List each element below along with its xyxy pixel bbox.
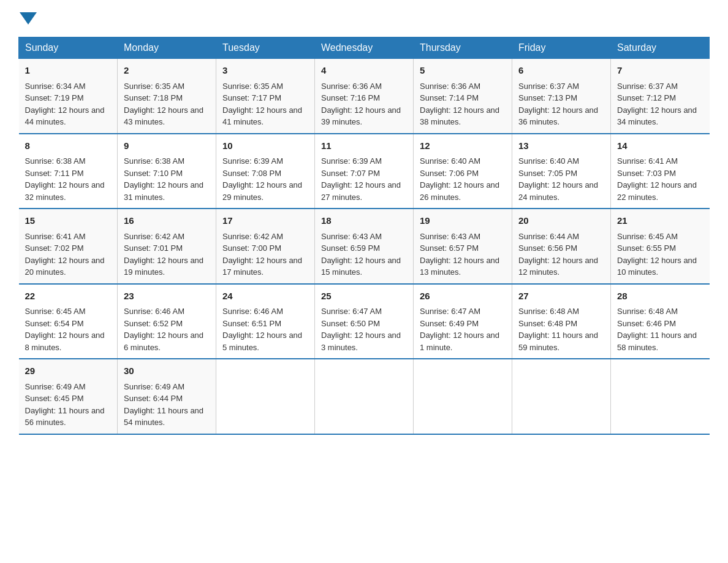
calendar-cell: 30Sunrise: 6:49 AMSunset: 6:44 PMDayligh… — [118, 359, 216, 434]
day-number: 29 — [25, 364, 112, 378]
day-number: 13 — [518, 139, 604, 153]
calendar-cell — [216, 359, 315, 434]
day-info: Sunrise: 6:38 AMSunset: 7:10 PMDaylight:… — [124, 156, 203, 202]
calendar-cell: 10Sunrise: 6:39 AMSunset: 7:08 PMDayligh… — [216, 134, 315, 209]
calendar-week-row: 15Sunrise: 6:41 AMSunset: 7:02 PMDayligh… — [19, 209, 710, 284]
day-info: Sunrise: 6:47 AMSunset: 6:49 PMDaylight:… — [420, 307, 499, 352]
calendar-table: Sunday Monday Tuesday Wednesday Thursday… — [18, 37, 710, 435]
day-number: 19 — [420, 214, 506, 228]
calendar-cell: 28Sunrise: 6:48 AMSunset: 6:46 PMDayligh… — [611, 284, 710, 359]
day-info: Sunrise: 6:48 AMSunset: 6:48 PMDaylight:… — [518, 307, 598, 352]
day-number: 10 — [222, 139, 308, 153]
day-info: Sunrise: 6:43 AMSunset: 6:57 PMDaylight:… — [420, 232, 499, 277]
calendar-body: 1Sunrise: 6:34 AMSunset: 7:19 PMDaylight… — [19, 59, 710, 434]
logo — [18, 12, 38, 25]
header-row: Sunday Monday Tuesday Wednesday Thursday… — [19, 37, 710, 59]
day-info: Sunrise: 6:35 AMSunset: 7:17 PMDaylight:… — [222, 82, 302, 127]
calendar-cell: 7Sunrise: 6:37 AMSunset: 7:12 PMDaylight… — [611, 59, 710, 134]
day-info: Sunrise: 6:42 AMSunset: 7:00 PMDaylight:… — [222, 232, 302, 277]
day-number: 7 — [617, 64, 703, 78]
day-number: 25 — [321, 289, 407, 304]
calendar-cell — [512, 359, 611, 434]
day-number: 15 — [25, 214, 112, 228]
calendar-cell: 19Sunrise: 6:43 AMSunset: 6:57 PMDayligh… — [414, 209, 512, 284]
calendar-cell: 2Sunrise: 6:35 AMSunset: 7:18 PMDaylight… — [118, 59, 216, 134]
day-number: 12 — [420, 139, 506, 153]
day-number: 3 — [222, 64, 308, 78]
day-info: Sunrise: 6:45 AMSunset: 6:54 PMDaylight:… — [25, 307, 105, 352]
calendar-cell: 16Sunrise: 6:42 AMSunset: 7:01 PMDayligh… — [118, 209, 216, 284]
calendar-week-row: 8Sunrise: 6:38 AMSunset: 7:11 PMDaylight… — [19, 134, 710, 209]
day-number: 8 — [25, 139, 112, 153]
day-number: 16 — [124, 214, 210, 228]
day-number: 30 — [124, 364, 210, 378]
header-saturday: Saturday — [611, 37, 710, 59]
day-number: 17 — [222, 214, 308, 228]
header-monday: Monday — [118, 37, 216, 59]
day-info: Sunrise: 6:41 AMSunset: 7:03 PMDaylight:… — [617, 156, 697, 202]
header-sunday: Sunday — [19, 37, 118, 59]
calendar-cell: 6Sunrise: 6:37 AMSunset: 7:13 PMDaylight… — [512, 59, 611, 134]
day-info: Sunrise: 6:37 AMSunset: 7:13 PMDaylight:… — [518, 82, 598, 127]
day-info: Sunrise: 6:36 AMSunset: 7:16 PMDaylight:… — [321, 82, 401, 127]
day-info: Sunrise: 6:43 AMSunset: 6:59 PMDaylight:… — [321, 232, 401, 277]
header-wednesday: Wednesday — [315, 37, 414, 59]
calendar-cell: 29Sunrise: 6:49 AMSunset: 6:45 PMDayligh… — [19, 359, 118, 434]
day-info: Sunrise: 6:36 AMSunset: 7:14 PMDaylight:… — [420, 82, 499, 127]
header-tuesday: Tuesday — [216, 37, 315, 59]
day-number: 1 — [25, 64, 112, 78]
day-number: 20 — [518, 214, 604, 228]
calendar-cell: 23Sunrise: 6:46 AMSunset: 6:52 PMDayligh… — [118, 284, 216, 359]
header-friday: Friday — [512, 37, 611, 59]
day-info: Sunrise: 6:40 AMSunset: 7:06 PMDaylight:… — [420, 156, 499, 202]
calendar-week-row: 29Sunrise: 6:49 AMSunset: 6:45 PMDayligh… — [19, 359, 710, 434]
day-number: 2 — [124, 64, 210, 78]
day-number: 26 — [420, 289, 506, 304]
day-number: 4 — [321, 64, 407, 78]
calendar-week-row: 22Sunrise: 6:45 AMSunset: 6:54 PMDayligh… — [19, 284, 710, 359]
day-info: Sunrise: 6:47 AMSunset: 6:50 PMDaylight:… — [321, 307, 401, 352]
day-info: Sunrise: 6:42 AMSunset: 7:01 PMDaylight:… — [124, 232, 203, 277]
calendar-cell: 18Sunrise: 6:43 AMSunset: 6:59 PMDayligh… — [315, 209, 414, 284]
calendar-cell: 20Sunrise: 6:44 AMSunset: 6:56 PMDayligh… — [512, 209, 611, 284]
day-info: Sunrise: 6:34 AMSunset: 7:19 PMDaylight:… — [25, 82, 105, 127]
calendar-cell: 5Sunrise: 6:36 AMSunset: 7:14 PMDaylight… — [414, 59, 512, 134]
day-number: 24 — [222, 289, 308, 304]
calendar-cell — [315, 359, 414, 434]
calendar-header: Sunday Monday Tuesday Wednesday Thursday… — [19, 37, 710, 59]
calendar-cell: 11Sunrise: 6:39 AMSunset: 7:07 PMDayligh… — [315, 134, 414, 209]
day-info: Sunrise: 6:49 AMSunset: 6:45 PMDaylight:… — [25, 382, 105, 427]
calendar-cell: 9Sunrise: 6:38 AMSunset: 7:10 PMDaylight… — [118, 134, 216, 209]
calendar-cell: 25Sunrise: 6:47 AMSunset: 6:50 PMDayligh… — [315, 284, 414, 359]
calendar-cell: 14Sunrise: 6:41 AMSunset: 7:03 PMDayligh… — [611, 134, 710, 209]
calendar-cell: 15Sunrise: 6:41 AMSunset: 7:02 PMDayligh… — [19, 209, 118, 284]
day-info: Sunrise: 6:44 AMSunset: 6:56 PMDaylight:… — [518, 232, 598, 277]
day-number: 11 — [321, 139, 407, 153]
calendar-cell: 24Sunrise: 6:46 AMSunset: 6:51 PMDayligh… — [216, 284, 315, 359]
calendar-cell — [611, 359, 710, 434]
day-info: Sunrise: 6:37 AMSunset: 7:12 PMDaylight:… — [617, 82, 697, 127]
day-number: 27 — [518, 289, 604, 304]
calendar-cell: 3Sunrise: 6:35 AMSunset: 7:17 PMDaylight… — [216, 59, 315, 134]
calendar-week-row: 1Sunrise: 6:34 AMSunset: 7:19 PMDaylight… — [19, 59, 710, 134]
day-info: Sunrise: 6:48 AMSunset: 6:46 PMDaylight:… — [617, 307, 697, 352]
day-number: 9 — [124, 139, 210, 153]
day-info: Sunrise: 6:38 AMSunset: 7:11 PMDaylight:… — [25, 156, 105, 202]
calendar-cell: 13Sunrise: 6:40 AMSunset: 7:05 PMDayligh… — [512, 134, 611, 209]
day-info: Sunrise: 6:39 AMSunset: 7:07 PMDaylight:… — [321, 156, 401, 202]
calendar-cell: 1Sunrise: 6:34 AMSunset: 7:19 PMDaylight… — [19, 59, 118, 134]
day-info: Sunrise: 6:41 AMSunset: 7:02 PMDaylight:… — [25, 232, 105, 277]
calendar-cell: 21Sunrise: 6:45 AMSunset: 6:55 PMDayligh… — [611, 209, 710, 284]
day-number: 22 — [25, 289, 112, 304]
day-info: Sunrise: 6:49 AMSunset: 6:44 PMDaylight:… — [124, 382, 203, 427]
page-header — [18, 12, 710, 25]
day-info: Sunrise: 6:45 AMSunset: 6:55 PMDaylight:… — [617, 232, 697, 277]
calendar-cell: 4Sunrise: 6:36 AMSunset: 7:16 PMDaylight… — [315, 59, 414, 134]
calendar-cell — [414, 359, 512, 434]
day-number: 21 — [617, 214, 703, 228]
day-info: Sunrise: 6:40 AMSunset: 7:05 PMDaylight:… — [518, 156, 598, 202]
day-number: 18 — [321, 214, 407, 228]
logo-arrow-icon — [20, 12, 37, 25]
day-info: Sunrise: 6:35 AMSunset: 7:18 PMDaylight:… — [124, 82, 203, 127]
day-number: 5 — [420, 64, 506, 78]
